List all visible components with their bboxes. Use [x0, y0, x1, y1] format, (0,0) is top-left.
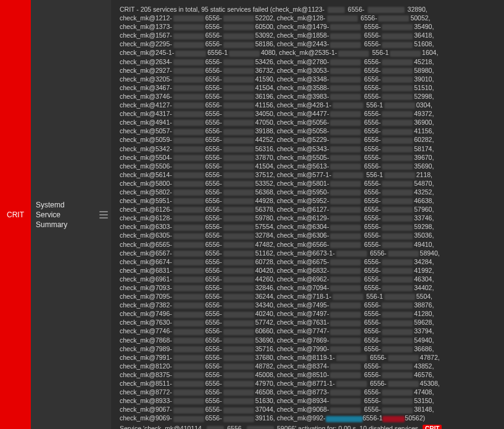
service-row: check_mk@6128-6556-59780, check_mk@6129-… [120, 214, 498, 222]
service-row: check_mk@6567-6556-51162, check_mk@6673-… [120, 249, 498, 257]
service-row: check_mk@5802-6556-56368, check_mk@5950-… [120, 188, 498, 196]
service-row: check_mk@5800-6556-53352, check_mk@5801-… [120, 179, 498, 188]
service-row: check_mk@4127-6556-41156, check_mk@428-1… [120, 101, 498, 109]
service-rows-container: check_mk@1212-6556-52202, check_mk@128- … [120, 14, 498, 422]
service-row: check_mk@1567-6556-53092, check_mk@1858-… [120, 31, 498, 40]
service-cell: Systemd Service Summary [31, 0, 96, 429]
service-row: check_mk@4317-6556-34050, check_mk@4477-… [120, 109, 498, 118]
service-row: check_mk@8511-6556-47970, check_mk@8771-… [120, 379, 498, 388]
service-row: check_mk@2295-6556-58186, check_mk@2443-… [120, 40, 498, 48]
service-row: check_mk@1373-6556-60500, check_mk@1479-… [120, 22, 498, 31]
service-row: check_mk@8933-6556-51630, check_mk@8934-… [120, 396, 498, 405]
service-row: check_mk@7989-6556-35716, check_mk@7990-… [120, 344, 498, 353]
service-row: check_mk@3746-6556-36196, check_mk@3983-… [120, 92, 498, 101]
service-row: check_mk@2927-6556-36732, check_mk@3053-… [120, 66, 498, 75]
service-row: check_mk@8772-6556-46508, check_mk@8773-… [120, 388, 498, 396]
service-row: check_mk@5059-6556-44252, check_mk@5229-… [120, 135, 498, 144]
service-row: check_mk@3205-6556-41590, check_mk@3348-… [120, 75, 498, 83]
service-row: check_mk@5057-6556-39188, check_mk@5058-… [120, 127, 498, 135]
service-row: check_mk@2634-6556-53426, check_mk@2780-… [120, 57, 498, 66]
service-row: check_mk@7093-6556-32846, check_mk@7094-… [120, 283, 498, 292]
service-row: check_mk@5342-6556-56316, check_mk@5343-… [120, 144, 498, 153]
service-row: check_mk@5506-6556-41504, check_mk@5613-… [120, 162, 498, 170]
service-row: check_mk@7095-6556-36244, check_mk@718-1… [120, 292, 498, 301]
service-row: check_mk@6831-6556-40420, check_mk@6832-… [120, 266, 498, 275]
service-row: check_mk@1212-6556-52202, check_mk@128- … [120, 14, 498, 22]
service-row: check_mk@8375-6556-45008, check_mk@8510-… [120, 370, 498, 379]
service-row: check_mk@6674-6556-60728, check_mk@6675-… [120, 257, 498, 266]
summary-cell: CRIT - 205 services in total, 95 static … [111, 0, 504, 429]
service-row: check_mk@7382-6556-34340, check_mk@7495-… [120, 301, 498, 309]
service-row: check_mk@4941-6556-47050, check_mk@5056-… [120, 118, 498, 127]
crit-badge: CRIT [423, 425, 442, 430]
service-row: check_mk@3467-6556-41504, check_mk@3588-… [120, 83, 498, 92]
service-row: check_mk@7991-6556-37680, check_mk@8119-… [120, 353, 498, 362]
service-row: check_mk@5951-6556-44928, check_mk@5952-… [120, 196, 498, 205]
service-row: check_mk@6961-6556-44260, check_mk@6962-… [120, 275, 498, 283]
service-row: check_mk@8120-6556-48782, check_mk@8374-… [120, 362, 498, 370]
service-name: Systemd Service Summary [36, 200, 91, 230]
service-row: check_mk@6565-6556-47482, check_mk@6566-… [120, 240, 498, 249]
service-row: check_mk@245-1-6556-14080, check_mk@2535… [120, 48, 498, 57]
actions-cell [96, 0, 111, 429]
summary-header: CRIT - 205 services in total, 95 static … [120, 5, 498, 14]
service-row: check_mk@9067-6556-37044, check_mk@9068-… [120, 405, 498, 414]
service-row: check_mk@9069-6556-39116, check_mk@992-6… [120, 414, 498, 422]
service-row: check_mk@7630-6556-57742, check_mk@7631-… [120, 318, 498, 327]
status-cell: CRIT [0, 0, 31, 429]
service-row: check_mk@6126-6556-56378, check_mk@6127-… [120, 205, 498, 214]
service-row: check_mk@5504-6556-37870, check_mk@5505-… [120, 153, 498, 162]
service-row: check_mk@6305-6556-32784, check_mk@6306-… [120, 231, 498, 239]
status-badge: CRIT [7, 210, 24, 219]
burger-menu-icon[interactable] [99, 211, 108, 219]
service-row: check_mk@7496-6556-40240, check_mk@7497-… [120, 309, 498, 318]
service-row: check_mk@6303-6556-57554, check_mk@6304-… [120, 222, 498, 231]
service-row: check_mk@5614-6556-37512, check_mk@577-1… [120, 170, 498, 179]
service-row: check_mk@7746-6556-60660, check_mk@7747-… [120, 327, 498, 335]
footer-line: Service 'check_mk@410114- 6556- 59066' a… [120, 424, 498, 430]
service-row: check_mk@7868-6556-53690, check_mk@7869-… [120, 336, 498, 344]
